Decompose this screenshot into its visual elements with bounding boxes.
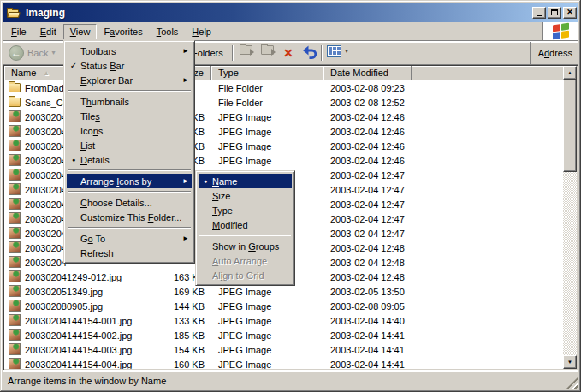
menu-item-go-to[interactable]: Go To ► (67, 231, 192, 246)
submenu-arrow-icon: ► (181, 76, 192, 84)
menu-item-customize-this-folder[interactable]: Customize This Folder... (67, 210, 192, 224)
copy-to-icon (261, 45, 274, 55)
minimize-icon (537, 15, 542, 16)
resize-grip[interactable] (566, 377, 578, 389)
file-date-modified: 2003-02-04 12:46 (323, 112, 405, 122)
scroll-down-button[interactable]: ▼ (563, 355, 577, 369)
windows-logo (542, 22, 578, 40)
file-type: JPEG Image (211, 359, 323, 370)
scrollbar-track[interactable] (563, 80, 577, 355)
submenu-item-size[interactable]: Size (199, 188, 292, 203)
file-type: JPEG Image (211, 316, 323, 326)
menu-item-refresh[interactable]: Refresh (67, 246, 192, 260)
column-header-date-modified[interactable]: Date Modified (323, 66, 412, 80)
column-header-type[interactable]: Type (211, 66, 323, 80)
file-type: File Folder (211, 98, 323, 108)
table-row[interactable]: 200302051349.jpg 169 KB JPEG Image 2003-… (4, 284, 563, 299)
submenu-item-show-in-groups[interactable]: Show in Groups (199, 239, 292, 253)
scrollbar-thumb[interactable] (563, 80, 577, 172)
maximize-button[interactable] (548, 7, 561, 19)
menu-item-toolbars[interactable]: Toolbars ► (67, 44, 192, 58)
menu-item-status-bar[interactable]: ✓ Status Bar (67, 58, 192, 73)
submenu-item-name[interactable]: ● Name (199, 174, 292, 188)
views-button[interactable]: ▾ (327, 45, 348, 57)
file-date-modified: 2003-02-04 12:47 (323, 199, 405, 210)
status-bar: Arrange items in the window by Name (3, 371, 578, 389)
view-menu: Toolbars ► ✓ Status Bar Explorer Bar ► T… (63, 40, 195, 264)
menu-item-choose-details[interactable]: Choose Details... (67, 195, 192, 210)
file-type: File Folder (211, 83, 323, 93)
file-type-icon (9, 140, 21, 151)
window-folder-icon (7, 8, 21, 18)
vertical-scrollbar: ▲ ▼ (563, 66, 577, 369)
submenu-arrow-icon: ► (181, 235, 192, 242)
file-type-icon (9, 227, 21, 239)
file-date-modified: 2003-02-04 14:41 (323, 345, 405, 355)
undo-button[interactable] (301, 45, 317, 60)
column-header-filler (412, 66, 563, 80)
table-row[interactable]: 20030204144154-003.jpg 154 KB JPEG Image… (4, 342, 563, 357)
menu-item-tiles[interactable]: Tiles (67, 109, 192, 123)
file-type-icon (9, 98, 21, 107)
scroll-up-button[interactable]: ▲ (563, 66, 577, 80)
file-type-icon (9, 83, 21, 92)
file-date-modified: 2003-02-04 12:46 (323, 156, 405, 166)
menubar-edit[interactable]: Edit (33, 24, 63, 39)
menubar-file[interactable]: File (4, 24, 33, 39)
file-size: 144 KB (141, 301, 211, 312)
file-type-icon (9, 270, 21, 282)
file-type: JPEG Image (211, 141, 323, 151)
toolbar-separator (321, 45, 323, 61)
file-type-icon (9, 110, 21, 122)
address-label: Address (538, 48, 572, 58)
file-date-modified: 2003-02-08 12:52 (323, 98, 405, 108)
address-band[interactable]: Address (530, 42, 578, 64)
menu-item-details[interactable]: ● Details (67, 152, 192, 167)
file-date-modified: 2003-02-04 12:46 (323, 141, 405, 151)
file-size: 169 KB (141, 287, 211, 297)
toolbar-separator (232, 45, 234, 61)
menu-item-explorer-bar[interactable]: Explorer Bar ► (67, 73, 192, 87)
file-type-icon (9, 125, 21, 137)
back-dropdown-caret-icon[interactable]: ▾ (51, 50, 55, 56)
radio-bullet-icon: ● (199, 174, 212, 188)
back-icon: ← (9, 45, 24, 61)
submenu-item-align-to-grid: Align to Grid (199, 268, 292, 282)
file-date-modified: 2003-02-04 14:40 (323, 316, 405, 326)
menubar-tools[interactable]: Tools (150, 24, 186, 39)
menubar-view[interactable]: View (63, 24, 98, 39)
copy-to-button[interactable] (261, 45, 274, 55)
close-button[interactable]: ✕ (563, 7, 577, 19)
table-row[interactable]: 20030204144154-004.jpg 160 KB JPEG Image… (4, 357, 563, 369)
file-type-icon (9, 154, 21, 166)
file-date-modified: 2003-02-04 12:48 (323, 272, 405, 282)
windows-flag-icon (553, 23, 569, 40)
menu-item-list[interactable]: List (67, 138, 192, 152)
file-name: 200302080905.jpg (25, 301, 141, 312)
file-type-icon (9, 314, 21, 326)
table-row[interactable]: 20030204144154-001.jpg 133 KB JPEG Image… (4, 313, 563, 328)
menubar-help[interactable]: Help (185, 24, 218, 39)
menu-item-arrange-icons-by[interactable]: Arrange Icons by ► (67, 174, 192, 188)
folders-button[interactable]: Folders (192, 48, 223, 58)
table-row[interactable]: 20030204144154-002.jpg 185 KB JPEG Image… (4, 328, 563, 342)
menu-separator (68, 191, 191, 193)
file-type-icon (9, 300, 21, 312)
submenu-item-modified[interactable]: Modified (199, 217, 292, 232)
submenu-item-type[interactable]: Type (199, 203, 292, 217)
file-type-icon (9, 183, 21, 195)
menu-item-thumbnails[interactable]: Thumbnails (67, 94, 192, 109)
views-dropdown-caret-icon: ▾ (345, 48, 348, 55)
file-size: 160 KB (141, 359, 211, 370)
file-type: JPEG Image (211, 287, 323, 297)
back-button[interactable]: ← Back ▾ (6, 44, 57, 62)
views-icon (327, 45, 341, 57)
minimize-button[interactable] (532, 7, 546, 19)
file-date-modified: 2003-02-04 12:46 (323, 127, 405, 137)
file-type: JPEG Image (211, 301, 323, 312)
table-row[interactable]: 200302080905.jpg 144 KB JPEG Image 2003-… (4, 299, 563, 313)
delete-button[interactable]: ✕ (283, 47, 293, 59)
menu-item-icons[interactable]: Icons (67, 123, 192, 138)
menubar-favorites[interactable]: Favorites (97, 24, 149, 39)
move-to-button[interactable] (240, 45, 252, 55)
